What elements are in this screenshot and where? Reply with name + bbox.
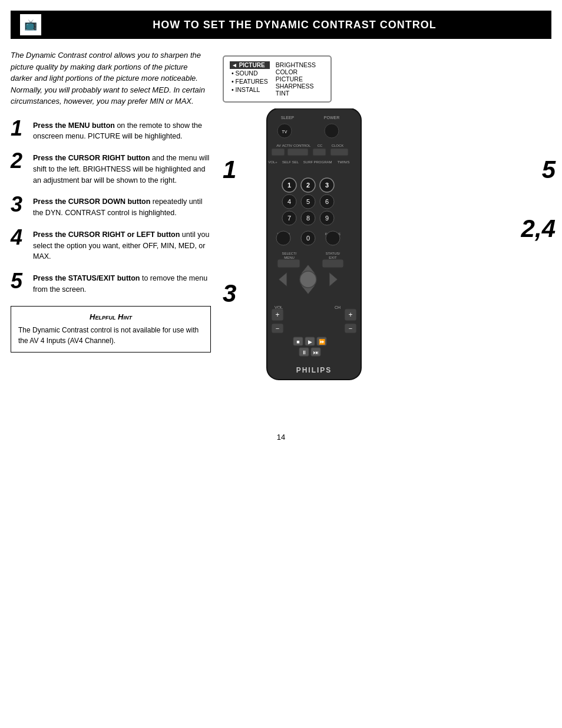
hint-title: Helpful Hint [18,312,203,321]
svg-rect-10 [272,149,285,156]
step-text-1: Press the MENU button on the remote to s… [33,118,211,143]
svg-text:3: 3 [325,182,329,189]
svg-text:8: 8 [306,215,310,222]
hint-text: The Dynamic Contrast control is not avai… [18,325,203,346]
svg-text:CH: CH [335,305,340,309]
svg-text:TWIN/S: TWIN/S [338,160,350,164]
svg-text:PHILIPS: PHILIPS [296,366,332,374]
step-text-4: Press the CURSOR RIGHT or LEFT button un… [33,227,211,262]
svg-text:SELECT/: SELECT/ [282,252,296,255]
svg-point-5 [325,124,339,138]
step-overlay-5: 5 [542,156,556,184]
svg-text:+: + [275,311,279,319]
svg-text:0: 0 [306,235,310,242]
svg-rect-13 [330,149,348,156]
step-overlay-1: 1 [223,156,236,184]
svg-text:▶: ▶ [308,339,312,345]
svg-text:VOL+: VOL+ [268,160,277,164]
menu-tint: TINT [276,90,316,97]
remote-body-wrapper: TV SLEEP POWER AV ACTIV CONTROL CC CLOCK [261,108,367,391]
svg-text:TV: TV [282,130,287,134]
svg-text:+: + [348,311,352,319]
svg-text:■: ■ [296,339,299,345]
menu-picture-highlighted: ◄ PICTURE [230,61,270,69]
svg-text:⏭: ⏭ [313,350,319,355]
svg-text:POWER: POWER [324,116,339,120]
svg-point-38 [276,231,290,245]
left-column: The Dynamic Contrast control allows you … [11,50,211,421]
step-4: 4 Press the CURSOR RIGHT or LEFT button … [11,227,211,262]
svg-text:EXIT: EXIT [329,256,337,259]
svg-text:7: 7 [287,215,291,222]
menu-color: COLOR [276,68,316,75]
menu-install: • INSTALL [230,85,270,94]
step-2: 2 Press the CURSOR RIGHT button and the … [11,150,211,186]
step-number-2: 2 [11,150,27,172]
svg-text:−: − [276,325,279,332]
step-bold-5: Press the STATUS/EXIT button [33,274,140,282]
svg-text:5: 5 [306,198,310,205]
svg-point-53 [300,271,316,288]
svg-text:MENU: MENU [284,256,295,259]
intro-text: The Dynamic Contrast control allows you … [11,50,211,107]
step-text-3: Press the CURSOR DOWN button repeatedly … [33,194,211,219]
step-1: 1 Press the MENU button on the remote to… [11,118,211,143]
svg-rect-12 [313,149,326,156]
step-number-3: 3 [11,194,27,215]
remote-svg: TV SLEEP POWER AV ACTIV CONTROL CC CLOCK [261,108,367,391]
svg-text:4: 4 [287,198,291,205]
svg-text:SURF: SURF [303,160,313,164]
svg-text:PROGRAM: PROGRAM [313,160,332,164]
svg-text:ACTIV CONTROL: ACTIV CONTROL [282,144,311,147]
svg-text:SELF SEL: SELF SEL [282,160,299,164]
svg-text:1: 1 [287,182,291,189]
menu-brightness: BRIGHTNESS [276,61,316,68]
svg-text:⏩: ⏩ [319,338,326,345]
svg-text:−: − [349,325,352,332]
menu-features: • FEATURES [230,77,270,85]
hint-box: Helpful Hint The Dynamic Contrast contro… [11,306,211,353]
step-number-4: 4 [11,227,27,248]
step-text-2: Press the CURSOR RIGHT button and the me… [33,150,211,186]
step-number-5: 5 [11,271,27,292]
page-title: How to Set the Dynamic Contrast Control [47,19,542,31]
step-bold-4: Press the CURSOR RIGHT or LEFT button [33,230,180,239]
page-header: 📺 How to Set the Dynamic Contrast Contro… [11,11,551,39]
step-overlay-2-4: 2,4 [521,215,556,243]
right-column: ◄ PICTURE • SOUND • FEATURES • INSTALL B… [217,50,562,421]
svg-text:9: 9 [325,215,329,222]
svg-point-42 [326,231,340,245]
svg-rect-11 [287,149,308,156]
step-3: 3 Press the CURSOR DOWN button repeatedl… [11,194,211,219]
svg-text:CLOCK: CLOCK [332,144,344,147]
svg-rect-48 [322,259,343,268]
svg-text:2: 2 [306,182,310,189]
svg-text:STATUS/: STATUS/ [326,252,340,255]
menu-sharpness: SHARPNESS [276,83,316,90]
menu-picture: PICTURE [276,75,316,83]
step-bold-1: Press the MENU button [33,121,115,130]
step-bold-3: Press the CURSOR DOWN button [33,197,150,206]
svg-text:6: 6 [325,198,329,205]
steps-list: 1 Press the MENU button on the remote to… [11,118,211,295]
step-overlay-3: 3 [223,279,236,308]
svg-rect-45 [277,259,300,268]
svg-text:SLEEP: SLEEP [281,116,295,120]
onscreen-menu-panel: ◄ PICTURE • SOUND • FEATURES • INSTALL B… [223,55,332,103]
svg-text:AV: AV [276,144,281,147]
remote-area: ◄ PICTURE • SOUND • FEATURES • INSTALL B… [217,50,562,421]
step-bold-2: Press the CURSOR RIGHT button [33,154,150,162]
remote-container: ◄ PICTURE • SOUND • FEATURES • INSTALL B… [217,55,558,421]
step-text-5: Press the STATUS/EXIT button to remove t… [33,271,211,295]
menu-sound: • SOUND [230,69,270,77]
header-icon: 📺 [20,14,41,35]
step-5: 5 Press the STATUS/EXIT button to remove… [11,271,211,295]
step-number-1: 1 [11,118,27,139]
svg-text:CC: CC [318,144,323,147]
page-number: 14 [0,433,562,447]
svg-text:⏸: ⏸ [302,350,307,355]
